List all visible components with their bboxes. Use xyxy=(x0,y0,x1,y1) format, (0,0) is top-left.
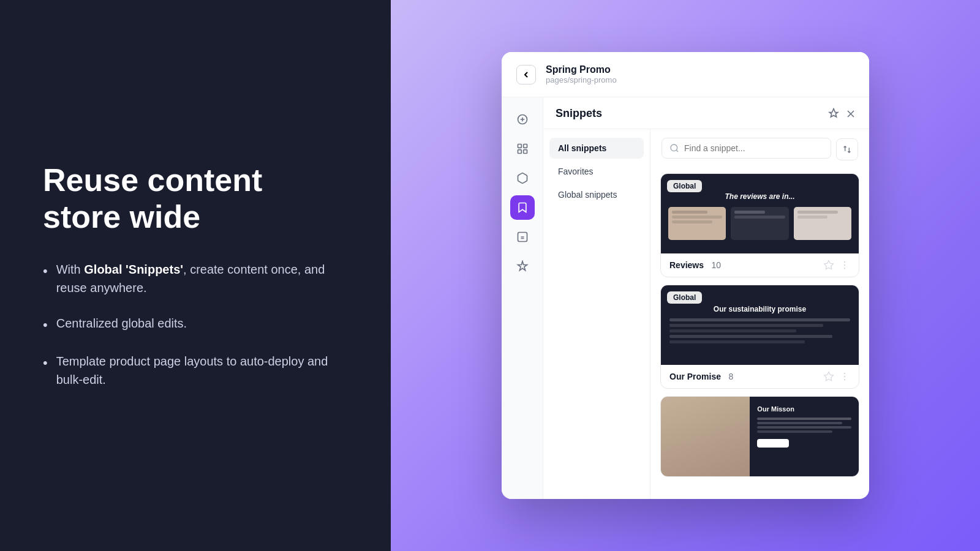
snippets-list: Global The reviews are in... xyxy=(650,129,869,499)
sidebar-box-btn[interactable] xyxy=(510,166,535,190)
modal-title: Spring Promo xyxy=(546,64,617,75)
sidebar-grid-btn[interactable] xyxy=(510,137,535,161)
mission-btn-preview xyxy=(757,439,789,448)
sidebar-tag-btn[interactable] xyxy=(510,225,535,249)
search-bar xyxy=(662,138,831,159)
svg-point-6 xyxy=(671,144,677,151)
svg-point-14 xyxy=(844,379,845,380)
snippet-card-reviews[interactable]: Global The reviews are in... xyxy=(660,173,859,277)
snippets-title: Snippets xyxy=(556,107,602,120)
snippet-preview-reviews: Global The reviews are in... xyxy=(661,174,859,253)
svg-point-8 xyxy=(844,261,845,263)
global-badge-promise: Global xyxy=(667,291,702,304)
nav-favorites[interactable]: Favorites xyxy=(549,161,644,182)
snippet-preview-promise: Global Our sustainability promise xyxy=(661,285,859,365)
modal-sidebar xyxy=(502,97,543,499)
heading: Reuse content store wide xyxy=(43,162,348,236)
svg-marker-7 xyxy=(824,261,834,269)
sidebar-bookmark-btn[interactable] xyxy=(510,195,535,220)
mission-preview-title: Our Misson xyxy=(757,405,851,413)
snippets-header: Snippets xyxy=(543,97,869,129)
global-badge-reviews: Global xyxy=(667,180,702,192)
sidebar-plus-btn[interactable] xyxy=(510,107,535,132)
svg-rect-2 xyxy=(523,144,527,148)
left-panel: Reuse content store wide With Global 'Sn… xyxy=(0,0,391,551)
snippet-footer-promise: Our Promise 8 xyxy=(661,365,859,388)
bullet-list: With Global 'Snippets', create content o… xyxy=(43,260,348,389)
sidebar-sparkle-btn[interactable] xyxy=(510,254,535,279)
back-button[interactable] xyxy=(516,65,536,84)
svg-point-9 xyxy=(844,264,845,266)
favorite-icon-promise[interactable] xyxy=(823,371,834,382)
modal-window: Spring Promo pages/spring-promo xyxy=(502,52,869,499)
svg-point-10 xyxy=(844,268,845,269)
bullet-item-2: Centralized global edits. xyxy=(43,314,348,335)
bullet-item-3: Template product page layouts to auto-de… xyxy=(43,352,348,389)
svg-rect-3 xyxy=(518,150,521,154)
sort-button[interactable] xyxy=(836,138,858,160)
snippet-name-promise: Our Promise xyxy=(669,372,721,381)
nav-all-snippets[interactable]: All snippets xyxy=(549,138,644,159)
svg-marker-11 xyxy=(824,372,834,381)
snippet-name-reviews: Reviews xyxy=(669,260,704,270)
nav-global-snippets[interactable]: Global snippets xyxy=(549,184,644,205)
close-icon[interactable] xyxy=(845,108,857,120)
search-icon xyxy=(669,143,679,153)
snippets-panel: Snippets All snippets xyxy=(543,97,869,499)
snippet-card-promise[interactable]: Global Our sustainability promise xyxy=(660,285,859,389)
svg-point-12 xyxy=(844,373,845,374)
bullet-item-1: With Global 'Snippets', create content o… xyxy=(43,260,348,297)
more-icon-promise[interactable] xyxy=(839,371,850,382)
promise-preview-title: Our sustainability promise xyxy=(669,305,850,313)
search-input[interactable] xyxy=(684,143,823,153)
snippets-nav: All snippets Favorites Global snippets xyxy=(543,129,650,499)
favorite-icon-reviews[interactable] xyxy=(823,260,834,271)
snippets-content: All snippets Favorites Global snippets xyxy=(543,129,869,499)
search-row xyxy=(660,138,859,166)
modal-subtitle: pages/spring-promo xyxy=(546,75,617,84)
left-content: Reuse content store wide With Global 'Sn… xyxy=(43,162,348,389)
snippet-count-reviews: 10 xyxy=(712,260,722,270)
modal-body: Snippets All snippets xyxy=(502,97,869,499)
more-icon-reviews[interactable] xyxy=(839,260,850,271)
snippet-preview-mission: Our Misson xyxy=(661,397,859,476)
snippet-count-promise: 8 xyxy=(728,372,733,381)
right-panel: Spring Promo pages/spring-promo xyxy=(391,0,980,551)
pin-icon[interactable] xyxy=(827,108,840,120)
svg-rect-1 xyxy=(518,144,521,148)
svg-rect-4 xyxy=(523,150,527,154)
modal-header: Spring Promo pages/spring-promo xyxy=(502,52,869,97)
snippet-footer-reviews: Reviews 10 xyxy=(661,253,859,277)
snippet-card-mission[interactable]: Our Misson xyxy=(660,396,859,477)
svg-point-13 xyxy=(844,376,845,377)
reviews-preview-title: The reviews are in... xyxy=(668,192,851,201)
